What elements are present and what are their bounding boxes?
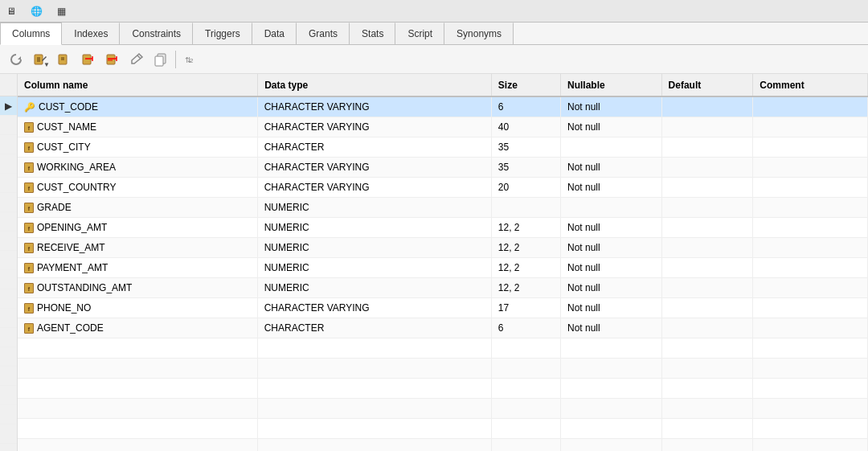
col-size-cell: 35 xyxy=(491,158,560,178)
table-row[interactable]: fOPENING_AMTNUMERIC12, 2Not null xyxy=(18,218,868,238)
table-row[interactable]: fRECEIVE_AMTNUMERIC12, 2Not null xyxy=(18,238,868,258)
delete-button[interactable] xyxy=(77,49,100,70)
column-name: CUST_CODE xyxy=(39,101,98,113)
edit-pencil-button[interactable] xyxy=(125,49,148,70)
row-indicator-7 xyxy=(0,232,17,251)
col-default-cell xyxy=(661,298,753,318)
row-indicator-11 xyxy=(0,309,17,328)
refresh-button[interactable] xyxy=(5,49,27,70)
col-default-cell xyxy=(661,318,753,338)
col-nullable-cell xyxy=(561,137,662,158)
column-name: RECEIVE_AMT xyxy=(37,242,105,253)
row-indicator-4 xyxy=(0,174,17,193)
field-icon: f xyxy=(24,323,34,334)
col-header-comment: Comment xyxy=(753,74,868,96)
table-row[interactable]: fPAYMENT_AMTNUMERIC12, 2Not null xyxy=(18,258,868,278)
row-indicator-0: ▶ xyxy=(0,96,17,116)
column-name: OUTSTANDING_AMT xyxy=(37,282,132,293)
tab-grants[interactable]: Grants xyxy=(297,23,350,44)
row-indicator: ▶ xyxy=(0,74,18,451)
row-indicator-8 xyxy=(0,251,17,270)
empty-row-indicator xyxy=(0,367,17,386)
tab-data[interactable]: Data xyxy=(252,23,297,44)
col-name-cell: fPHONE_NO xyxy=(18,298,258,318)
tab-indexes[interactable]: Indexes xyxy=(62,23,120,44)
col-header-column-name: Column name xyxy=(18,74,258,96)
col-size-cell: 35 xyxy=(491,137,560,158)
title-bar: 🖥 🌐 ▦ xyxy=(0,0,868,23)
row-indicator-9 xyxy=(0,270,17,289)
row-indicator-10 xyxy=(0,289,17,309)
tab-synonyms[interactable]: Synonyms xyxy=(444,23,514,44)
col-default-cell xyxy=(661,258,753,278)
tab-stats[interactable]: Stats xyxy=(350,23,395,44)
field-icon: f xyxy=(24,203,34,213)
row-indicator-2 xyxy=(0,135,17,154)
table-row[interactable]: fWORKING_AREACHARACTER VARYING35Not null xyxy=(18,158,868,178)
delete-cascade-button[interactable] xyxy=(101,49,124,70)
tab-constraints[interactable]: Constraints xyxy=(120,23,193,44)
table-row[interactable]: fCUST_CITYCHARACTER35 xyxy=(18,137,868,158)
col-comment-cell xyxy=(753,298,868,318)
col-size-cell: 40 xyxy=(491,117,560,137)
col-default-cell xyxy=(661,96,753,117)
col-size-cell: 12, 2 xyxy=(491,238,560,258)
table-row[interactable]: fCUST_COUNTRYCHARACTER VARYING20Not null xyxy=(18,178,868,198)
empty-row xyxy=(18,419,868,439)
col-header-size: Size xyxy=(491,74,560,96)
tab-columns[interactable]: Columns xyxy=(0,23,62,45)
col-type-cell: NUMERIC xyxy=(258,238,492,258)
svg-line-17 xyxy=(137,55,141,59)
table-row[interactable]: fOUTSTANDING_AMTNUMERIC12, 2Not null xyxy=(18,278,868,298)
col-size-cell: 6 xyxy=(491,96,560,117)
edit-button[interactable]: ▼ xyxy=(29,49,51,70)
col-type-cell: CHARACTER VARYING xyxy=(258,298,492,318)
col-comment-cell xyxy=(753,137,868,158)
col-header-default: Default xyxy=(661,74,753,96)
col-default-cell xyxy=(661,238,753,258)
properties-button[interactable] xyxy=(53,49,76,70)
col-name-cell: fGRADE xyxy=(18,198,258,217)
primary-key-icon: 🔑 xyxy=(24,102,35,113)
table-row[interactable]: fCUST_NAMECHARACTER VARYING40Not null xyxy=(18,117,868,137)
col-nullable-cell: Not null xyxy=(561,258,662,278)
field-icon: f xyxy=(24,263,34,273)
col-comment-cell xyxy=(753,96,868,117)
col-name-cell: fCUST_CITY xyxy=(18,137,258,157)
table-row[interactable]: fAGENT_CODECHARACTER6Not null xyxy=(18,318,868,338)
col-size-cell: 12, 2 xyxy=(491,278,560,298)
col-default-cell xyxy=(661,178,753,198)
field-icon: f xyxy=(24,223,34,233)
column-name: CUST_NAME xyxy=(37,121,96,133)
table-row[interactable]: fGRADENUMERIC xyxy=(18,198,868,218)
field-icon: f xyxy=(24,142,34,153)
row-indicator-3 xyxy=(0,154,17,174)
tab-triggers[interactable]: Triggers xyxy=(193,23,252,44)
col-type-cell: CHARACTER VARYING xyxy=(258,96,492,117)
col-default-cell xyxy=(661,137,753,158)
col-nullable-cell: Not null xyxy=(561,298,662,318)
col-nullable-cell: Not null xyxy=(561,178,662,198)
table-row[interactable]: fPHONE_NOCHARACTER VARYING17Not null xyxy=(18,298,868,318)
col-nullable-cell: Not null xyxy=(561,158,662,178)
sort-button[interactable]: ⇅ 2 xyxy=(179,49,202,70)
col-nullable-cell xyxy=(561,198,662,218)
col-size-cell: 20 xyxy=(491,178,560,198)
col-size-cell: 12, 2 xyxy=(491,258,560,278)
field-icon: f xyxy=(24,283,34,293)
svg-text:2: 2 xyxy=(190,57,194,64)
col-nullable-cell: Not null xyxy=(561,318,662,338)
svg-rect-9 xyxy=(83,55,91,64)
col-type-cell: CHARACTER VARYING xyxy=(258,117,492,137)
table-row[interactable]: 🔑CUST_CODECHARACTER VARYING6Not null xyxy=(18,96,868,117)
empty-row xyxy=(18,359,868,379)
copy-button[interactable] xyxy=(149,49,172,70)
col-size-cell: 6 xyxy=(491,318,560,338)
tab-script[interactable]: Script xyxy=(395,23,444,44)
col-size-cell: 17 xyxy=(491,298,560,318)
column-name: PHONE_NO xyxy=(37,302,91,314)
col-default-cell xyxy=(661,117,753,137)
col-default-cell xyxy=(661,158,753,178)
empty-row xyxy=(18,439,868,452)
col-name-cell: fCUST_COUNTRY xyxy=(18,178,258,197)
